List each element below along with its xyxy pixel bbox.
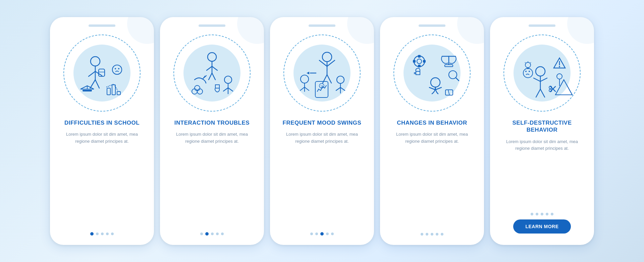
svg-point-48 bbox=[337, 76, 344, 83]
svg-line-43 bbox=[305, 87, 309, 90]
svg-point-9 bbox=[115, 68, 116, 69]
dot-5-5 bbox=[551, 213, 553, 215]
svg-point-0 bbox=[91, 57, 100, 66]
dot-2-1 bbox=[200, 233, 203, 235]
svg-line-67 bbox=[448, 90, 449, 95]
card-desc-4: Lorem ipsum dolor sit dim amet, mea regi… bbox=[389, 131, 475, 145]
phone-notch-3 bbox=[309, 24, 335, 27]
svg-rect-60 bbox=[445, 65, 453, 67]
dot-2-3 bbox=[211, 233, 214, 235]
dot-4-4 bbox=[436, 233, 438, 236]
card-difficulties-in-school: DIFFICULTIES IN SCHOOL Lorem ipsum dolor… bbox=[50, 17, 154, 245]
dot-active bbox=[90, 232, 94, 236]
svg-point-23 bbox=[224, 76, 232, 83]
svg-behavior bbox=[398, 40, 466, 107]
dots-row-5 bbox=[531, 213, 553, 215]
dot-4-5 bbox=[441, 233, 443, 236]
card-changes-in-behavior: CHANGES IN BEHAVIOR Lorem ipsum dolor si… bbox=[380, 17, 484, 245]
phone-notch-1 bbox=[89, 24, 115, 27]
svg-mood bbox=[288, 40, 356, 107]
svg-point-30 bbox=[197, 89, 203, 94]
dot-5-4 bbox=[546, 213, 548, 215]
svg-point-10 bbox=[118, 68, 119, 69]
dot-3-active bbox=[320, 232, 324, 236]
dot-4-2 bbox=[426, 233, 428, 236]
svg-line-51 bbox=[340, 87, 345, 90]
svg-line-20 bbox=[212, 66, 217, 70]
dot-2-5 bbox=[221, 233, 224, 235]
svg-school bbox=[68, 40, 136, 107]
svg-rect-56 bbox=[413, 60, 416, 63]
dot-5-3 bbox=[541, 213, 543, 215]
card-title-1: DIFFICULTIES IN SCHOOL bbox=[64, 119, 140, 126]
svg-line-21 bbox=[209, 73, 212, 80]
svg-marker-39 bbox=[307, 72, 309, 74]
card-self-destructive-behavior: SELF-DESTRUCTIVE BEHAVIOR Lorem ipsum do… bbox=[490, 17, 594, 245]
dots-row-2 bbox=[200, 232, 224, 236]
svg-line-69 bbox=[456, 78, 459, 81]
svg-self-destructive bbox=[508, 40, 576, 107]
svg-line-22 bbox=[212, 73, 215, 80]
card-title-4: CHANGES IN BEHAVIOR bbox=[397, 119, 467, 126]
svg-line-72 bbox=[534, 78, 540, 81]
illustration-3 bbox=[282, 33, 362, 113]
svg-rect-44 bbox=[315, 81, 328, 97]
svg-point-63 bbox=[431, 78, 440, 87]
svg-line-74 bbox=[536, 89, 540, 97]
svg-line-4 bbox=[90, 80, 95, 88]
illustration-4 bbox=[392, 33, 472, 113]
phone-notch-5 bbox=[529, 24, 555, 27]
svg-line-42 bbox=[300, 87, 305, 90]
svg-line-86 bbox=[525, 62, 526, 63]
cards-container: DIFFICULTIES IN SCHOOL Lorem ipsum dolor… bbox=[43, 10, 601, 252]
svg-point-46 bbox=[321, 85, 321, 86]
svg-point-8 bbox=[112, 65, 122, 74]
dots-row-4 bbox=[421, 233, 443, 236]
svg-point-17 bbox=[208, 53, 216, 61]
card-desc-2: Lorem ipsum dolor sit dim amet, mea regi… bbox=[169, 131, 255, 145]
card-title-2: INTERACTION TROUBLES bbox=[174, 119, 250, 126]
dot-3-2 bbox=[315, 233, 318, 235]
card-desc-3: Lorem ipsum dolor sit dim amet, mea regi… bbox=[279, 131, 365, 145]
svg-rect-57 bbox=[423, 60, 426, 63]
phone-notch-4 bbox=[419, 24, 445, 27]
phone-notch-2 bbox=[199, 24, 225, 27]
dot-3-5 bbox=[331, 233, 334, 235]
card-title-5: SELF-DESTRUCTIVE BEHAVIOR bbox=[499, 119, 585, 134]
card-title-3: FREQUENT MOOD SWINGS bbox=[283, 119, 362, 126]
svg-point-80 bbox=[525, 71, 527, 72]
learn-more-button[interactable]: LEARN MORE bbox=[513, 219, 571, 234]
card-frequent-mood-swings: FREQUENT MOOD SWINGS Lorem ipsum dolor s… bbox=[270, 17, 374, 245]
svg-line-19 bbox=[207, 66, 212, 70]
svg-line-64 bbox=[429, 87, 435, 90]
illustration-1 bbox=[62, 33, 142, 113]
dot-2-active bbox=[205, 232, 209, 236]
svg-line-26 bbox=[228, 88, 233, 91]
svg-line-87 bbox=[530, 62, 531, 63]
svg-point-81 bbox=[529, 71, 530, 72]
svg-line-25 bbox=[223, 88, 228, 91]
dot-5-2 bbox=[536, 213, 538, 215]
dot-5-1 bbox=[531, 213, 533, 215]
svg-line-2 bbox=[89, 71, 95, 76]
card-desc-1: Lorem ipsum dolor sit dim amet, mea regi… bbox=[59, 131, 145, 145]
dot-3-4 bbox=[326, 233, 329, 235]
svg-point-79 bbox=[523, 68, 533, 78]
svg-marker-88 bbox=[555, 80, 572, 95]
svg-line-36 bbox=[323, 75, 327, 83]
svg-line-65 bbox=[435, 87, 441, 90]
svg-line-50 bbox=[336, 87, 340, 90]
svg-line-75 bbox=[540, 89, 545, 97]
svg-rect-11 bbox=[83, 90, 92, 91]
dot-4-1 bbox=[421, 233, 423, 236]
svg-point-53 bbox=[417, 59, 422, 64]
svg-interaction bbox=[178, 40, 246, 107]
card-desc-5: Lorem ipsum dolor sit dim amet, mea regi… bbox=[499, 138, 585, 152]
svg-rect-16 bbox=[117, 91, 120, 95]
svg-point-82 bbox=[525, 62, 531, 68]
svg-point-47 bbox=[322, 85, 323, 86]
dot-2-4 bbox=[216, 233, 219, 235]
illustration-5 bbox=[502, 33, 582, 113]
card-interaction-troubles: INTERACTION TROUBLES Lorem ipsum dolor s… bbox=[160, 17, 264, 245]
svg-rect-14 bbox=[107, 88, 110, 95]
